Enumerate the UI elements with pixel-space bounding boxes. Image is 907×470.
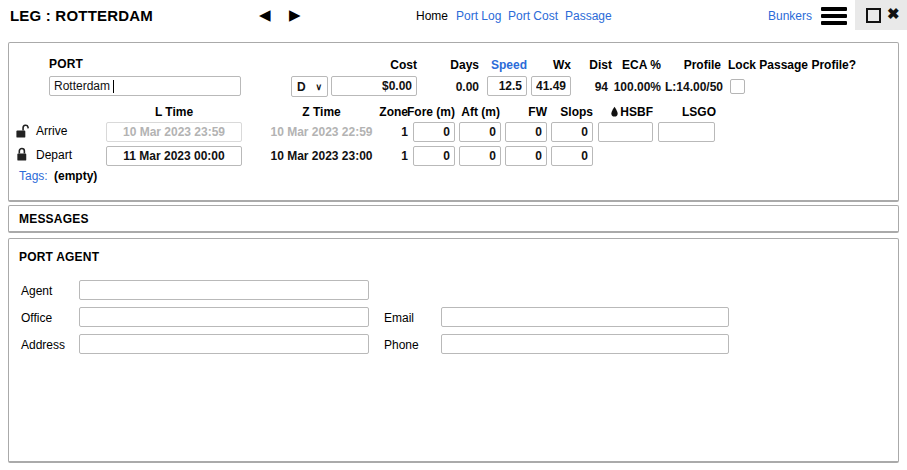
address-label: Address xyxy=(21,338,65,352)
prev-leg-icon[interactable]: ◀ xyxy=(259,5,271,25)
lsgo-header: LSGO xyxy=(656,105,716,119)
eca-label: ECA % xyxy=(616,58,661,72)
depart-zone-value: 1 xyxy=(378,149,408,163)
days-label: Days xyxy=(419,58,479,72)
speed-input[interactable] xyxy=(487,76,527,96)
email-label: Email xyxy=(384,311,414,325)
speed-label[interactable]: Speed xyxy=(482,58,527,72)
hsbf-header: HSBF xyxy=(593,105,653,119)
depart-fore-input[interactable] xyxy=(413,146,455,166)
port-name-input[interactable] xyxy=(49,76,241,96)
menu-icon[interactable] xyxy=(821,7,847,25)
lock-passage-label: Lock Passage Profile? xyxy=(728,58,856,72)
arrive-slops-input[interactable] xyxy=(551,122,593,142)
agent-label: Agent xyxy=(21,284,52,298)
tab-port-cost[interactable]: Port Cost xyxy=(508,9,558,23)
window-controls: ✖ xyxy=(855,0,907,30)
arrive-lsgo-input[interactable] xyxy=(658,122,715,142)
phone-input[interactable] xyxy=(441,334,729,354)
depart-ltime-input[interactable] xyxy=(106,146,242,166)
tab-port-log[interactable]: Port Log xyxy=(456,9,501,23)
office-label: Office xyxy=(21,311,52,325)
messages-section: MESSAGES xyxy=(8,205,899,233)
cost-label: Cost xyxy=(357,58,417,72)
next-leg-icon[interactable]: ▶ xyxy=(289,5,301,25)
maximize-icon[interactable] xyxy=(866,8,881,23)
aft-header: Aft (m) xyxy=(441,105,500,119)
address-input[interactable] xyxy=(79,334,369,354)
arrive-ltime-input xyxy=(106,122,242,142)
eca-value: 100.00% xyxy=(611,80,661,94)
slops-header: Slops xyxy=(533,105,593,119)
depart-ztime-value: 10 Mar 2023 23:00 xyxy=(264,149,379,163)
l-time-header: L Time xyxy=(106,105,242,119)
port-agent-section: PORT AGENT Agent Office Email Address Ph… xyxy=(8,238,899,463)
depart-slops-input[interactable] xyxy=(551,146,593,166)
arrive-zone-value: 1 xyxy=(378,125,408,139)
page-title: LEG : ROTTERDAM xyxy=(10,7,153,24)
port-section-title: PORT xyxy=(49,57,83,71)
port-function-value: D xyxy=(297,80,306,94)
phone-label: Phone xyxy=(384,338,419,352)
text-caret xyxy=(113,80,114,93)
port-section: PORT Cost Days Speed Wx Dist ECA % Profi… xyxy=(8,42,899,202)
depart-label: Depart xyxy=(36,148,72,162)
arrive-fw-input[interactable] xyxy=(505,122,547,142)
tags-link[interactable]: Tags: xyxy=(19,169,48,183)
arrive-label: Arrive xyxy=(36,124,67,138)
office-input[interactable] xyxy=(79,307,369,327)
messages-section-title: MESSAGES xyxy=(19,212,89,226)
depart-fw-input[interactable] xyxy=(505,146,547,166)
lock-icon[interactable] xyxy=(15,146,30,162)
dist-label: Dist xyxy=(578,58,612,72)
z-time-header: Z Time xyxy=(264,105,379,119)
tab-home[interactable]: Home xyxy=(416,9,448,23)
arrive-fore-input[interactable] xyxy=(413,122,455,142)
chevron-down-icon: ∨ xyxy=(315,82,322,92)
hsbf-header-text: HSBF xyxy=(620,105,653,119)
port-function-select[interactable]: D ∨ xyxy=(291,76,328,97)
port-agent-section-title: PORT AGENT xyxy=(19,250,99,264)
profile-value: L:14.00/50 xyxy=(665,80,723,94)
tab-passage[interactable]: Passage xyxy=(565,9,612,23)
wx-input[interactable] xyxy=(531,76,571,96)
unlock-icon[interactable] xyxy=(15,123,30,139)
agent-input[interactable] xyxy=(79,280,369,300)
days-value: 0.00 xyxy=(419,80,479,94)
tags-value: (empty) xyxy=(54,169,97,183)
wx-label: Wx xyxy=(526,58,571,72)
arrive-ztime-value: 10 Mar 2023 22:59 xyxy=(264,125,379,139)
arrive-aft-input[interactable] xyxy=(459,122,501,142)
close-icon[interactable]: ✖ xyxy=(887,5,900,23)
arrive-hsbf-input[interactable] xyxy=(598,122,653,142)
leg-detail-window: LEG : ROTTERDAM ◀ ▶ Home Port Log Port C… xyxy=(0,0,907,470)
dist-value: 94 xyxy=(578,80,608,94)
bunkers-link[interactable]: Bunkers xyxy=(768,9,812,23)
fuel-drop-icon xyxy=(610,106,619,117)
profile-label: Profile xyxy=(661,58,721,72)
lock-passage-checkbox[interactable] xyxy=(730,79,745,94)
email-input[interactable] xyxy=(441,307,729,327)
depart-aft-input[interactable] xyxy=(459,146,501,166)
cost-input[interactable] xyxy=(331,76,417,96)
